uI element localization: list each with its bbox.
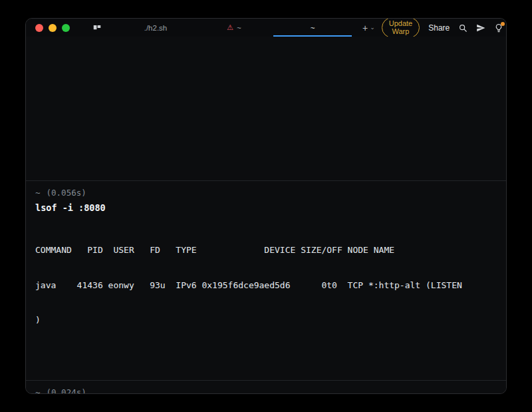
warning-icon: ⚠	[227, 24, 233, 31]
command-text: lsof -i :8080	[35, 202, 497, 214]
share-button[interactable]: Share	[428, 23, 450, 33]
traffic-lights	[35, 24, 70, 32]
command-output: COMMAND PID USER FD TYPE DEVICE SIZE/OFF…	[35, 221, 497, 349]
workspace-icon-glyph	[92, 23, 102, 33]
tab-bar: ./h2.sh ⚠ ~ ~ + ⌄	[116, 19, 382, 37]
workspace-icon[interactable]	[92, 23, 102, 33]
tab-home-warning[interactable]: ⚠ ~	[195, 19, 273, 37]
close-button[interactable]	[35, 24, 43, 32]
tab-label: ./h2.sh	[144, 24, 168, 32]
notification-dot	[501, 22, 505, 26]
output-line: )	[35, 314, 497, 326]
titlebar-actions: Update Warp Share	[382, 18, 507, 38]
chevron-down-icon: ⌄	[370, 24, 375, 31]
tab-h2-script[interactable]: ./h2.sh	[116, 19, 195, 37]
empty-scrollback-block	[26, 37, 506, 180]
lightbulb-icon[interactable]	[494, 23, 503, 33]
tab-label: ~	[237, 24, 241, 32]
block-meta: ~ (0.024s)	[35, 387, 497, 395]
minimize-button[interactable]	[49, 24, 57, 32]
search-icon[interactable]	[458, 23, 467, 33]
terminal-pane[interactable]: ~ (0.056s) lsof -i :8080 COMMAND PID USE…	[26, 37, 506, 394]
plus-icon: +	[362, 23, 368, 33]
block-duration: (0.024s)	[47, 387, 86, 395]
send-plane-icon[interactable]	[476, 23, 485, 33]
output-line: COMMAND PID USER FD TYPE DEVICE SIZE/OFF…	[35, 244, 497, 256]
block-duration: (0.056s)	[47, 187, 86, 198]
output-line: java 41436 eonwy 93u IPv6 0x195f6dce9aed…	[35, 280, 497, 292]
terminal-window: ./h2.sh ⚠ ~ ~ + ⌄ Update Warp Share	[25, 18, 507, 394]
update-warp-button[interactable]: Update Warp	[382, 18, 420, 38]
command-block-lsof[interactable]: ~ (0.056s) lsof -i :8080 COMMAND PID USE…	[26, 180, 506, 380]
tab-label: ~	[311, 24, 315, 32]
zoom-button[interactable]	[62, 24, 70, 32]
block-prompt-path: ~	[35, 387, 41, 395]
command-block-kill[interactable]: ~ (0.024s) kill -9 41436	[26, 380, 506, 395]
tab-home-active[interactable]: ~	[273, 19, 352, 37]
block-meta: ~ (0.056s)	[35, 187, 497, 198]
new-tab-button[interactable]: + ⌄	[356, 19, 382, 37]
titlebar[interactable]: ./h2.sh ⚠ ~ ~ + ⌄ Update Warp Share	[26, 19, 506, 37]
block-prompt-path: ~	[35, 187, 41, 198]
